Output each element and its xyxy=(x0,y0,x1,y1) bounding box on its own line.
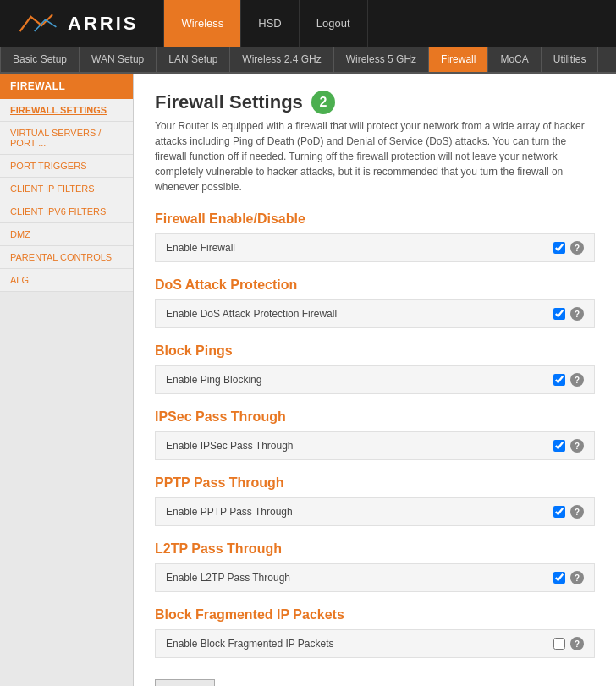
setting-row-ipsec: Enable IPSec Pass Through ? xyxy=(155,431,595,460)
main-layout: FIREWALL FIREWALL SETTINGS VIRTUAL SERVE… xyxy=(0,74,616,686)
checkbox-area-l2tp: ? xyxy=(553,571,584,584)
setting-row-pptp: Enable PPTP Pass Through ? xyxy=(155,497,595,526)
help-icon-block-pings[interactable]: ? xyxy=(570,373,584,387)
section-title-dos: DoS Attack Protection xyxy=(155,277,595,293)
checkbox-l2tp[interactable] xyxy=(553,572,565,584)
step-badge: 2 xyxy=(311,91,335,114)
checkbox-area-pptp: ? xyxy=(553,505,584,519)
content-area: Firewall Settings 2 Your Router is equip… xyxy=(134,74,616,686)
checkbox-dos[interactable] xyxy=(553,308,565,320)
section-title-block-frag: Block Fragmented IP Packets xyxy=(155,607,595,623)
page-title-text: Firewall Settings xyxy=(155,91,303,113)
help-icon-l2tp[interactable]: ? xyxy=(570,571,584,584)
help-icon-pptp[interactable]: ? xyxy=(570,505,584,519)
page-title-area: Firewall Settings 2 xyxy=(155,91,595,114)
checkbox-area-firewall-enable: ? xyxy=(553,241,584,255)
tab-wireless-5[interactable]: Wireless 5 GHz xyxy=(334,47,429,72)
setting-label-block-frag: Enable Block Fragmented IP Packets xyxy=(166,638,553,650)
checkbox-area-dos: ? xyxy=(553,307,584,321)
checkbox-firewall-enable[interactable] xyxy=(553,242,565,254)
help-icon-block-frag[interactable]: ? xyxy=(570,637,584,650)
setting-label-ipsec: Enable IPSec Pass Through xyxy=(166,440,553,452)
section-title-pptp: PPTP Pass Through xyxy=(155,475,595,491)
setting-label-firewall-enable: Enable Firewall xyxy=(166,242,553,254)
logo-text: ARRIS xyxy=(68,13,138,35)
section-title-block-pings: Block Pings xyxy=(155,343,595,359)
tab-firewall[interactable]: Firewall xyxy=(429,47,488,72)
tab-wireless-24[interactable]: Wireless 2.4 GHz xyxy=(230,47,333,72)
sidebar: FIREWALL FIREWALL SETTINGS VIRTUAL SERVE… xyxy=(0,74,134,686)
sidebar-item-client-ip-filters[interactable]: CLIENT IP FILTERS xyxy=(0,178,133,200)
help-icon-ipsec[interactable]: ? xyxy=(570,439,584,453)
sidebar-item-client-ipv6-filters[interactable]: CLIENT IPV6 FILTERS xyxy=(0,200,133,223)
sidebar-header: FIREWALL xyxy=(0,74,133,99)
sidebar-item-alg[interactable]: ALG xyxy=(0,269,133,292)
nav-tab-wireless[interactable]: Wireless xyxy=(163,0,241,47)
arris-logo-icon xyxy=(13,11,63,36)
setting-label-l2tp: Enable L2TP Pass Through xyxy=(166,572,553,584)
top-nav: Wireless HSD Logout xyxy=(163,0,367,47)
header: ARRIS Wireless HSD Logout xyxy=(0,0,616,47)
tab-wan-setup[interactable]: WAN Setup xyxy=(80,47,157,72)
setting-row-firewall-enable: Enable Firewall ? xyxy=(155,233,595,262)
sidebar-item-dmz[interactable]: DMZ xyxy=(0,223,133,246)
checkbox-area-block-frag: ? xyxy=(553,637,584,650)
nav-tab-logout[interactable]: Logout xyxy=(300,0,368,47)
checkbox-pptp[interactable] xyxy=(553,506,565,518)
setting-row-block-pings: Enable Ping Blocking ? xyxy=(155,365,595,394)
help-icon-dos[interactable]: ? xyxy=(570,307,584,321)
checkbox-block-pings[interactable] xyxy=(553,374,565,386)
sidebar-item-firewall-settings[interactable]: FIREWALL SETTINGS xyxy=(0,99,133,122)
help-icon-firewall-enable[interactable]: ? xyxy=(570,241,584,255)
checkbox-ipsec[interactable] xyxy=(553,440,565,452)
tab-lan-setup[interactable]: LAN Setup xyxy=(157,47,230,72)
setting-label-pptp: Enable PPTP Pass Through xyxy=(166,506,553,518)
setting-row-block-frag: Enable Block Fragmented IP Packets ? xyxy=(155,629,595,658)
tab-utilities[interactable]: Utilities xyxy=(542,47,599,72)
logo-area: ARRIS xyxy=(13,11,138,36)
checkbox-block-frag[interactable] xyxy=(553,638,565,650)
page-description: Your Router is equipped with a firewall … xyxy=(155,118,595,195)
setting-row-l2tp: Enable L2TP Pass Through ? xyxy=(155,563,595,592)
setting-label-block-pings: Enable Ping Blocking xyxy=(166,374,553,386)
section-title-l2tp: L2TP Pass Through xyxy=(155,541,595,557)
setting-label-dos: Enable DoS Attack Protection Firewall xyxy=(166,308,553,320)
section-title-firewall-enable: Firewall Enable/Disable xyxy=(155,211,595,227)
sidebar-item-port-triggers[interactable]: PORT TRIGGERS xyxy=(0,155,133,178)
setting-row-dos: Enable DoS Attack Protection Firewall ? xyxy=(155,299,595,328)
apply-button[interactable]: Apply xyxy=(155,679,215,686)
sidebar-item-parental-controls[interactable]: PARENTAL CONTROLS xyxy=(0,246,133,269)
checkbox-area-ipsec: ? xyxy=(553,439,584,453)
secondary-nav: Basic Setup WAN Setup LAN Setup Wireless… xyxy=(0,47,616,74)
nav-tab-hsd[interactable]: HSD xyxy=(241,0,299,47)
section-title-ipsec: IPSec Pass Through xyxy=(155,409,595,425)
sidebar-item-virtual-servers[interactable]: VIRTUAL SERVERS / PORT ... xyxy=(0,122,133,155)
tab-basic-setup[interactable]: Basic Setup xyxy=(0,47,80,72)
checkbox-area-block-pings: ? xyxy=(553,373,584,387)
tab-moca[interactable]: MoCA xyxy=(488,47,541,72)
